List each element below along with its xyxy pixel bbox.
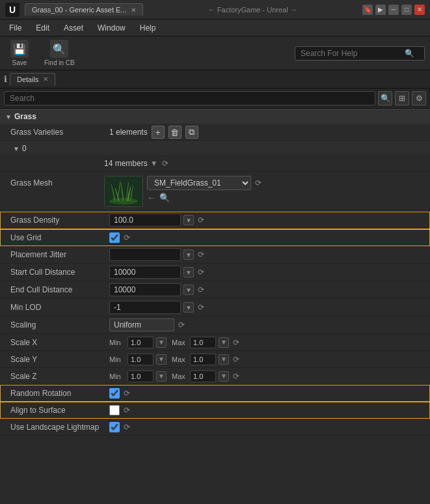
toolbar: 💾 Save 🔍 Find in CB 🔍: [0, 36, 430, 70]
end-cull-row: End Cull Distance ▼ ⟳: [0, 281, 430, 299]
scale-z-max-input[interactable]: [190, 371, 216, 382]
placement-jitter-value: ▼ ⟳: [109, 248, 425, 261]
align-surface-checkbox[interactable]: [109, 405, 120, 415]
titlebar-center: ← FactoryGame - Unreal →: [143, 6, 362, 14]
menu-file[interactable]: File: [3, 21, 28, 35]
start-cull-input[interactable]: [109, 266, 181, 279]
grass-mesh-search-icon[interactable]: 🔍: [159, 193, 170, 203]
menu-window[interactable]: Window: [91, 21, 132, 35]
min-lod-spinner[interactable]: ▼: [183, 302, 194, 313]
end-cull-input[interactable]: [109, 283, 181, 296]
scale-y-max-spinner[interactable]: ▼: [219, 354, 229, 365]
min-lod-value: ▼ ⟳: [109, 301, 425, 314]
details-search-icon[interactable]: 🔍: [378, 91, 392, 105]
scale-y-max-input[interactable]: [190, 354, 216, 365]
details-settings-icon[interactable]: ⚙: [412, 91, 426, 105]
help-search-icon: 🔍: [405, 49, 414, 58]
help-search-input[interactable]: [301, 49, 405, 58]
random-rotation-value: ⟳: [109, 388, 425, 399]
grass-mesh-reset-icon[interactable]: ⟳: [255, 178, 262, 188]
placement-jitter-input[interactable]: [109, 248, 181, 261]
titlebar-tab-close[interactable]: ✕: [131, 7, 136, 14]
scaling-select[interactable]: Uniform Free LockXY: [109, 318, 174, 331]
titlebar-tab[interactable]: Grass_00 - Generic Asset E... ✕: [25, 3, 143, 16]
titlebar: U Grass_00 - Generic Asset E... ✕ ← Fact…: [0, 0, 430, 20]
scale-y-min-input[interactable]: [128, 354, 154, 365]
start-cull-reset[interactable]: ⟳: [198, 268, 204, 277]
members-reset-icon[interactable]: ⟳: [162, 159, 168, 168]
placement-jitter-reset[interactable]: ⟳: [198, 250, 204, 259]
scale-z-max-spinner[interactable]: ▼: [219, 371, 229, 382]
scale-z-reset[interactable]: ⟳: [233, 372, 239, 381]
use-landscape-lightmap-checkbox[interactable]: [109, 422, 120, 432]
scale-x-max-spinner[interactable]: ▼: [219, 337, 229, 348]
details-grid-icon[interactable]: ⊞: [395, 91, 409, 105]
find-in-cb-button[interactable]: 🔍 Find in CB: [39, 37, 80, 69]
save-button[interactable]: 💾 Save: [5, 37, 34, 69]
save-label: Save: [12, 59, 27, 66]
start-cull-row: Start Cull Distance ▼ ⟳: [0, 264, 430, 281]
close-button[interactable]: ✕: [414, 5, 425, 15]
scaling-reset[interactable]: ⟳: [178, 320, 185, 329]
use-grid-reset[interactable]: ⟳: [124, 233, 130, 242]
copy-variety-button[interactable]: ⧉: [185, 126, 198, 139]
use-landscape-lightmap-reset[interactable]: ⟳: [124, 423, 130, 432]
scale-z-row: Scale Z Min ▼ Max ▼ ⟳: [0, 368, 430, 385]
min-lod-reset[interactable]: ⟳: [198, 303, 204, 312]
scale-x-min-spinner[interactable]: ▼: [156, 337, 167, 348]
app-logo: U: [5, 3, 20, 17]
tab-details-label: Details: [17, 76, 39, 83]
tab-info-icon[interactable]: ℹ: [4, 74, 7, 84]
align-surface-reset[interactable]: ⟳: [124, 406, 130, 415]
grass-mesh-back-icon[interactable]: ←: [147, 193, 155, 203]
grass-density-input[interactable]: [109, 214, 181, 227]
use-grid-checkbox[interactable]: [109, 232, 120, 243]
scale-x-row: Scale X Min ▼ Max ▼ ⟳: [0, 334, 430, 351]
tab-details[interactable]: Details ✕: [10, 73, 55, 86]
placement-jitter-row: Placement Jitter ▼ ⟳: [0, 246, 430, 264]
minimize-button[interactable]: ─: [388, 5, 399, 15]
menu-asset[interactable]: Asset: [57, 21, 90, 35]
scale-y-min-spinner[interactable]: ▼: [156, 354, 167, 365]
scale-y-max-label: Max: [172, 356, 187, 363]
end-cull-reset[interactable]: ⟳: [198, 285, 204, 294]
props-list: ▼ Grass Grass Varieties 1 elements + 🗑 ⧉…: [0, 109, 430, 504]
scale-z-min-input[interactable]: [128, 371, 154, 382]
scale-x-reset[interactable]: ⟳: [233, 338, 239, 347]
member-0-header[interactable]: ▼ 0: [0, 141, 430, 155]
grass-density-spinner[interactable]: ▼: [183, 215, 194, 225]
arrow-right-icon[interactable]: ▶: [375, 5, 386, 15]
scale-y-label: Scale Y: [5, 355, 109, 364]
placement-jitter-spinner[interactable]: ▼: [183, 249, 194, 260]
use-grid-value: ⟳: [109, 232, 425, 243]
random-rotation-checkbox[interactable]: [109, 388, 120, 399]
menu-edit[interactable]: Edit: [29, 21, 56, 35]
grass-thumbnail-svg: [105, 176, 142, 206]
scale-y-reset[interactable]: ⟳: [233, 355, 239, 364]
scale-x-min-input[interactable]: [128, 337, 154, 348]
align-surface-value: ⟳: [109, 405, 425, 415]
start-cull-spinner[interactable]: ▼: [183, 267, 194, 277]
save-icon: 💾: [10, 40, 29, 58]
scale-x-max-label: Max: [172, 339, 187, 346]
end-cull-spinner[interactable]: ▼: [183, 285, 194, 295]
help-search-bar[interactable]: 🔍: [295, 46, 425, 61]
find-icon: 🔍: [50, 40, 68, 58]
random-rotation-reset[interactable]: ⟳: [124, 389, 130, 398]
add-variety-button[interactable]: +: [152, 126, 165, 139]
section-grass[interactable]: ▼ Grass: [0, 109, 430, 124]
menu-help[interactable]: Help: [133, 21, 163, 35]
scale-z-min-spinner[interactable]: ▼: [156, 371, 167, 382]
scale-x-max-input[interactable]: [190, 337, 216, 348]
bookmark-icon[interactable]: 🔖: [362, 5, 373, 15]
grass-mesh-select[interactable]: SM_FieldGrass_01: [147, 176, 251, 190]
tab-details-close[interactable]: ✕: [43, 76, 48, 83]
grass-density-reset[interactable]: ⟳: [198, 216, 204, 225]
maximize-button[interactable]: □: [401, 5, 412, 15]
members-dropdown-arrow[interactable]: ▼: [150, 159, 158, 168]
delete-variety-button[interactable]: 🗑: [168, 126, 181, 139]
details-search-input[interactable]: [4, 91, 375, 105]
min-lod-input[interactable]: [109, 301, 181, 314]
grass-mesh-value: SM_FieldGrass_01 ⟳ ← 🔍: [104, 176, 425, 207]
scale-z-max-group: Max ▼: [172, 371, 229, 382]
